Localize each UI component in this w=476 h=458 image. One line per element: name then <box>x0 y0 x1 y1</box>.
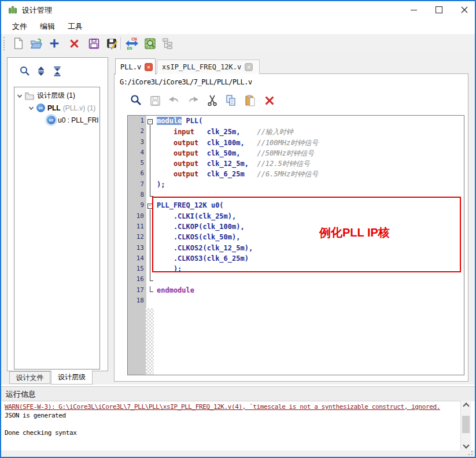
copy-icon <box>225 94 238 107</box>
console-output[interactable]: WARN(SFE-W-3): G:\iCore3L\iCore3L\7_PLL\… <box>2 401 460 450</box>
ip-search-button[interactable] <box>142 36 157 51</box>
save-button[interactable] <box>86 36 101 51</box>
code-text: module PLL( <box>154 117 202 127</box>
scroll-up-button[interactable] <box>461 401 471 409</box>
line-number: 16 <box>128 275 146 286</box>
line-number: 17 <box>128 286 146 297</box>
tab-close-button[interactable]: ✕ <box>145 63 153 71</box>
code-line[interactable]: 17endmodule <box>128 286 464 297</box>
code-text: ); <box>154 180 165 191</box>
editor-delete-button[interactable] <box>262 93 277 108</box>
chevron-down-icon[interactable] <box>28 105 35 112</box>
fold-minus-icon[interactable]: - <box>147 119 153 124</box>
line-number: 1 <box>128 117 146 127</box>
annotation-box <box>152 197 461 272</box>
menu-bar: 文件 编辑 工具 <box>1 19 475 34</box>
close-button[interactable] <box>455 3 474 16</box>
delete-button[interactable] <box>67 36 82 51</box>
code-line[interactable]: 16 <box>128 275 464 286</box>
code-line[interactable]: 7); <box>128 180 464 191</box>
chevron-down-icon <box>463 442 469 448</box>
delete-icon <box>264 95 275 106</box>
status-bar <box>1 450 475 458</box>
tree-root-label: 设计层级 (1) <box>37 91 75 101</box>
editor-tab-xsip[interactable]: xsIP_PLL_FREQ_12K.v ✕ <box>157 60 260 74</box>
console-lines: WARN(SFE-W-3): G:\iCore3L\iCore3L\7_PLL\… <box>5 402 460 437</box>
line-number: 14 <box>128 254 146 265</box>
hierarchy-button[interactable] <box>160 36 175 51</box>
fold-margin <box>146 275 154 286</box>
console-header: 运行信息 <box>1 386 475 401</box>
editor-find-button[interactable] <box>128 93 143 108</box>
menu-file[interactable]: 文件 <box>7 20 32 34</box>
menu-edit[interactable]: 编辑 <box>35 20 60 34</box>
tree-module-suffix: (PLL.v) (1) <box>63 104 96 112</box>
toolbar-grip <box>3 37 6 50</box>
tree-row-module[interactable]: ve PLL (PLL.v) (1) <box>14 102 99 114</box>
code-text: output clk_6_25m //6.5MHz时钟信号 <box>154 169 318 180</box>
code-line[interactable]: 5 output clk_12_5m, //12.5时钟信号 <box>128 159 464 169</box>
editor-paste-button[interactable] <box>243 93 258 108</box>
fold-toggle[interactable]: - <box>146 117 154 127</box>
line-number: 5 <box>128 159 146 169</box>
open-folder-icon <box>29 37 43 50</box>
editor-cut-button[interactable] <box>205 93 220 108</box>
maximize-button[interactable] <box>430 3 448 16</box>
save-edit-button[interactable] <box>105 36 120 51</box>
folder-icon <box>25 92 34 100</box>
code-line[interactable]: 4 output clk_50m, //50MHz时钟信号 <box>128 149 464 159</box>
collapse-all-button[interactable] <box>51 65 64 77</box>
editor-copy-button[interactable] <box>224 93 239 108</box>
tree-row-instance[interactable]: ve u0 : PLL_FRI <box>14 114 99 126</box>
line-number: 2 <box>128 127 146 138</box>
minimize-button[interactable] <box>404 3 423 16</box>
menu-tools[interactable]: 工具 <box>62 20 88 34</box>
find-icon <box>130 94 142 107</box>
expand-all-button[interactable] <box>35 65 47 77</box>
console-title: 运行信息 <box>6 389 36 400</box>
scrollbar-thumb[interactable] <box>462 416 470 433</box>
editor-undo-button[interactable] <box>167 93 182 108</box>
save-edit-icon <box>106 37 119 50</box>
translate-cn-en-icon: CN EN <box>125 36 139 50</box>
verilog-file-icon: ve <box>47 116 56 124</box>
hierarchy-icon <box>161 37 174 50</box>
design-tree: 设计层级 (1) ve PLL (PLL.v) (1) ve u0 : PLL_… <box>14 87 100 370</box>
tab-label: PLL.v <box>120 63 141 71</box>
fold-margin <box>146 297 154 307</box>
chevron-down-icon[interactable] <box>16 93 23 99</box>
expand-all-icon <box>35 65 47 77</box>
tab-label: xsIP_PLL_FREQ_12K.v <box>162 63 241 71</box>
tree-row-root[interactable]: 设计层级 (1) <box>14 90 99 102</box>
code-line[interactable]: 18 <box>128 297 464 307</box>
code-line[interactable]: 1-module PLL( <box>128 117 464 127</box>
fold-margin <box>146 127 154 138</box>
new-file-button[interactable] <box>11 36 26 51</box>
tab-close-button[interactable]: ✕ <box>245 63 253 71</box>
editor-redo-button[interactable] <box>186 93 201 108</box>
code-line[interactable]: 3 output clk_100m, //100MHz时钟信号 <box>128 138 464 149</box>
add-icon <box>48 37 61 50</box>
verilog-file-icon: ve <box>36 104 45 112</box>
code-text <box>154 275 157 286</box>
console-line <box>5 420 460 429</box>
console-scrollbar[interactable] <box>460 401 471 450</box>
line-number: 11 <box>128 223 146 233</box>
tree-module-label: PLL <box>47 104 61 112</box>
svg-text:EN: EN <box>127 46 132 50</box>
sidebar-tab-design-hierarchy[interactable]: 设计层级 <box>51 370 93 385</box>
code-line[interactable]: 6 output clk_6_25m //6.5MHz时钟信号 <box>128 169 464 180</box>
add-button[interactable] <box>47 36 62 51</box>
open-folder-button[interactable] <box>28 36 43 51</box>
translate-button[interactable]: CN EN <box>124 36 139 51</box>
code-line[interactable]: 2 input clk_25m, //输入时钟 <box>128 127 464 138</box>
line-number: 3 <box>128 138 146 149</box>
chevron-up-icon <box>463 402 469 409</box>
editor-tab-pll[interactable]: PLL.v ✕ <box>115 58 156 75</box>
tree-instance-label: u0 : PLL_FRI <box>58 116 99 124</box>
resize-grip[interactable] <box>466 448 473 455</box>
editor-save-button[interactable] <box>147 93 163 108</box>
window-title: 设计管理 <box>22 5 52 16</box>
sidebar-tab-design-files[interactable]: 设计文件 <box>9 371 50 384</box>
tree-search-button[interactable] <box>19 65 31 77</box>
